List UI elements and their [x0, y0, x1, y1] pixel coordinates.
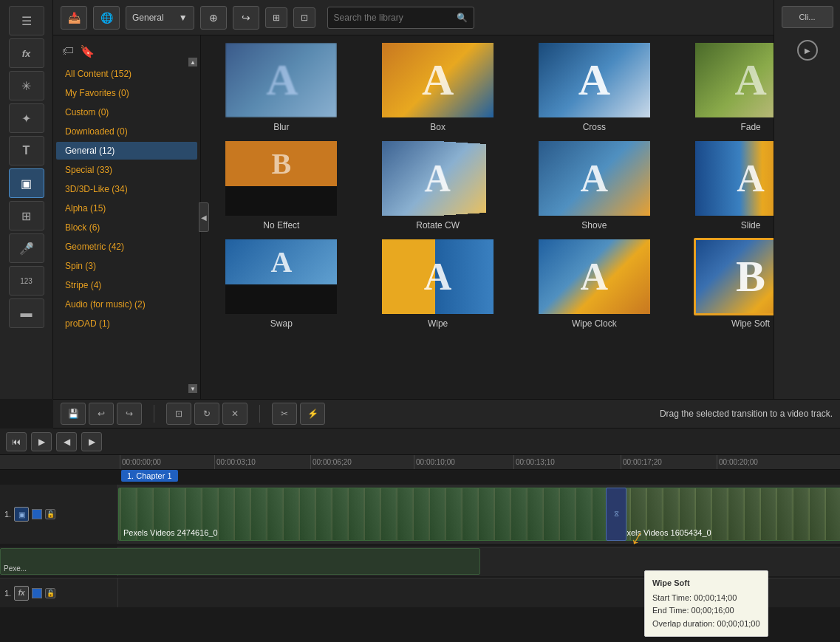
transition-label-fade: Fade: [740, 122, 760, 132]
transition-swap[interactable]: A Swap: [207, 238, 356, 329]
track-type-icon[interactable]: ▣: [14, 507, 29, 522]
delete-icon: ✕: [231, 409, 239, 419]
save-btn[interactable]: 💾: [61, 403, 86, 425]
transition-label-box: Box: [430, 122, 445, 132]
timeline-home-btn[interactable]: ⏮: [6, 432, 27, 451]
left-toolbar: ☰ fx ✳ ✦ T ▣ ⊞ 🎤 123 ▬: [0, 0, 53, 399]
sidebar-item-downloaded[interactable]: Downloaded (0): [56, 123, 197, 140]
sidebar-item-label: Alpha (15): [65, 203, 106, 214]
tooltip-overlap: Overlap duration: 00;00;01;00: [652, 618, 760, 631]
fx-lock-icon[interactable]: 🔓: [45, 588, 55, 598]
toolbar-audio-btn[interactable]: 🎤: [9, 233, 44, 263]
import-icon: 📥: [68, 12, 81, 24]
toolbar-particles-btn[interactable]: ✦: [9, 103, 44, 133]
export-button[interactable]: ↪: [233, 6, 259, 30]
video-clip-1[interactable]: Pexels Videos 2474616_0: [118, 488, 621, 541]
fit-view-button[interactable]: ⊡: [293, 7, 315, 28]
transition-rotatecw[interactable]: A Rotate CW: [363, 140, 513, 230]
timeline-prev-btn[interactable]: ◀: [56, 432, 77, 451]
sidebar-item-label: Downloaded (0): [65, 126, 128, 137]
sidebar-item-spin[interactable]: Spin (3): [56, 257, 197, 275]
sidebar-item-special[interactable]: Special (33): [56, 161, 197, 179]
trim-icon: ✂: [281, 409, 288, 419]
tag-icon[interactable]: 🏷: [62, 44, 74, 58]
import-button[interactable]: 📥: [61, 6, 87, 30]
transition-wipe[interactable]: A Wipe: [363, 238, 513, 329]
category-dropdown[interactable]: General ▼: [126, 6, 194, 30]
globe-button[interactable]: 🌐: [93, 6, 120, 30]
sidebar-item-stripe[interactable]: Stripe (4): [56, 276, 197, 294]
transition-wipeclock[interactable]: A Wipe Clock: [520, 238, 669, 329]
transition-shove[interactable]: A Shove: [520, 140, 669, 230]
split-icon: ⚡: [307, 409, 318, 419]
sidebar-item-all-content[interactable]: All Content (152): [56, 65, 197, 83]
toolbar-text-btn[interactable]: T: [9, 136, 44, 165]
add-button[interactable]: ⊕: [200, 6, 227, 30]
transition-thumb-swap: A: [224, 238, 338, 315]
transitions-grid: A Blur A Box A Cross A: [201, 35, 831, 399]
search-input[interactable]: [334, 13, 452, 23]
toolbar-transitions-btn[interactable]: ▣: [9, 168, 44, 198]
delete-btn[interactable]: ✕: [222, 403, 247, 425]
toolbar-bars-btn[interactable]: ▬: [9, 298, 44, 328]
grid-view-button[interactable]: ⊞: [265, 7, 287, 28]
timeline-play-btn[interactable]: ▶: [31, 432, 52, 451]
fx-visibility-check[interactable]: [32, 588, 42, 598]
sidebar-collapse-button[interactable]: ◀: [199, 202, 209, 232]
transition-blur[interactable]: A Blur: [207, 41, 356, 132]
sidebar-item-prodad[interactable]: proDAD (1): [56, 315, 197, 332]
sidebar-item-my-favorites[interactable]: My Favorites (0): [56, 84, 197, 102]
fx-type-icon[interactable]: fx: [14, 586, 29, 601]
transition-thumb-wipeclock: A: [537, 238, 652, 315]
split-btn[interactable]: ⚡: [300, 403, 325, 425]
trim-btn[interactable]: ✂: [272, 403, 297, 425]
thumb-visual-swap: A: [225, 239, 337, 314]
transition-marker[interactable]: ⧖: [606, 488, 626, 541]
audio-clip-1[interactable]: Pexe...: [0, 548, 480, 575]
transition-thumb-rotatecw: A: [380, 140, 495, 217]
thumb-visual-shove: A: [539, 141, 650, 216]
play-button[interactable]: ▶: [797, 40, 818, 61]
bookmark-icon[interactable]: 🔖: [80, 44, 95, 58]
sidebar-scroll-down[interactable]: ▼: [188, 384, 197, 393]
sidebar-item-block[interactable]: Block (6): [56, 219, 197, 236]
sidebar-item-general[interactable]: General (12): [56, 142, 197, 160]
numbers-icon: 123: [20, 277, 33, 285]
sidebar-item-3d[interactable]: 3D/3D-Like (34): [56, 180, 197, 198]
sidebar-item-custom[interactable]: Custom (0): [56, 103, 197, 121]
redo-btn[interactable]: ↪: [117, 403, 142, 425]
transitions-icon: ▣: [21, 177, 32, 191]
sidebar-item-label: Custom (0): [65, 107, 109, 117]
insert-btn[interactable]: ⊡: [166, 403, 191, 425]
toolbar-numbers-btn[interactable]: 123: [9, 266, 44, 296]
thumb-visual-rotatecw: A: [380, 140, 486, 217]
home-icon: ⏮: [12, 437, 21, 447]
toolbar-grid-btn[interactable]: ⊞: [9, 201, 44, 230]
track-lock-icon[interactable]: 🔓: [45, 509, 55, 519]
toolbar-group-2: ⊡ ↻ ✕: [166, 403, 247, 425]
fx-icon: fx: [22, 48, 31, 59]
toolbar-fx-btn[interactable]: fx: [9, 38, 44, 68]
replace-btn[interactable]: ↻: [194, 403, 219, 425]
sidebar-item-geometric[interactable]: Geometric (42): [56, 238, 197, 256]
toolbar-filters-btn[interactable]: ✳: [9, 71, 44, 100]
toolbar-menu-btn[interactable]: ☰: [9, 6, 44, 35]
transition-box[interactable]: A Box: [363, 41, 513, 132]
drag-hint: Drag the selected transition to a video …: [660, 409, 833, 419]
track-visibility-check[interactable]: [32, 509, 42, 519]
clip-info-button[interactable]: Cli...: [782, 6, 833, 28]
sidebar-item-label: Block (6): [65, 222, 100, 233]
bars-icon: ▬: [21, 307, 33, 320]
sidebar-item-label: proDAD (1): [65, 318, 110, 329]
undo-btn[interactable]: ↩: [89, 403, 114, 425]
audio-clip-label-1: Pexe...: [4, 564, 27, 573]
transition-cross[interactable]: A Cross: [520, 41, 669, 132]
sidebar-scroll-up[interactable]: ▲: [188, 58, 197, 66]
timeline-next-btn[interactable]: ▶: [81, 432, 102, 451]
sidebar-item-alpha[interactable]: Alpha (15): [56, 199, 197, 217]
transition-thumb-box: A: [380, 41, 495, 119]
tooltip-popup: Wipe Soft Start Time: 00;00;14;00 End Ti…: [644, 570, 768, 637]
sidebar-item-audio[interactable]: Audio (for music) (2): [56, 296, 197, 313]
transition-noeffect[interactable]: B No Effect: [207, 140, 356, 230]
toolbar-group-1: 💾 ↩ ↪: [61, 403, 142, 425]
